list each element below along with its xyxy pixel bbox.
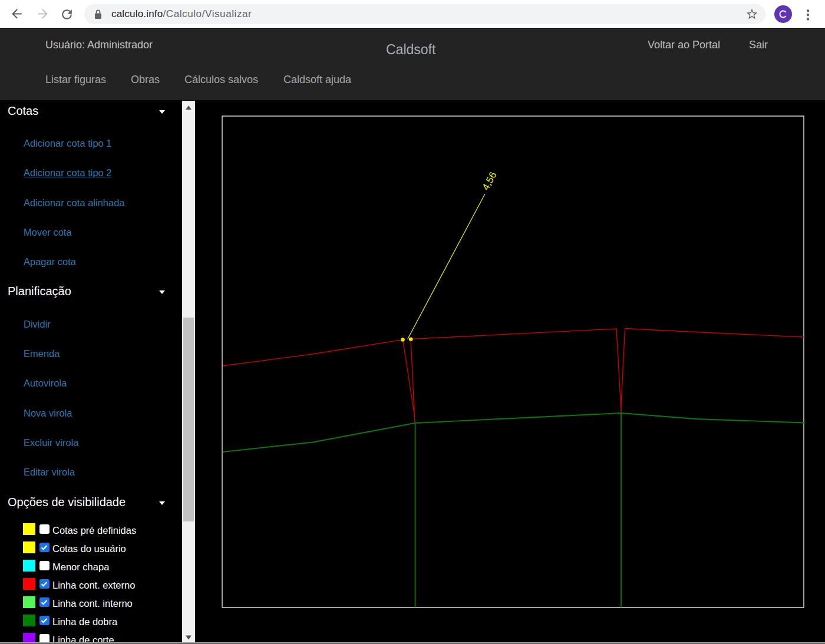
svg-text:4,56: 4,56 [480, 170, 498, 192]
